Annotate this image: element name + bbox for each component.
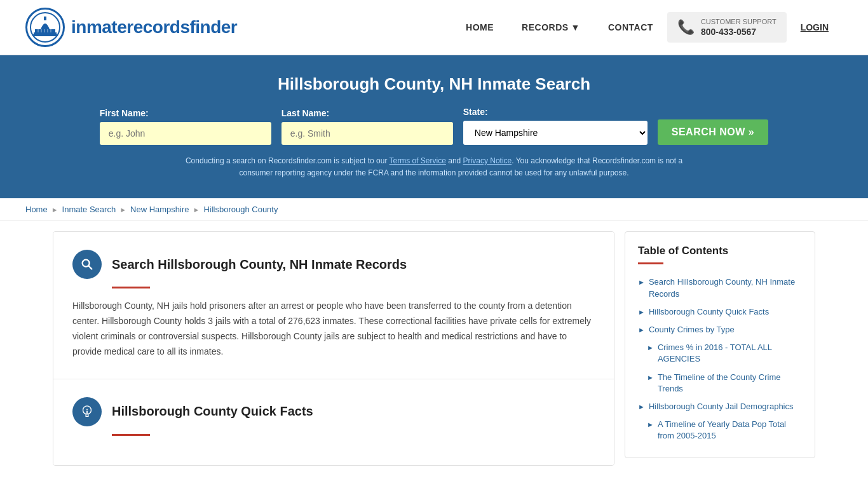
toc-label-6: A Timeline of Yearly Data Pop Total from… — [658, 419, 802, 442]
toc-chevron-3: ► — [638, 325, 645, 335]
breadcrumb-sep-1: ► — [51, 206, 58, 214]
first-name-label: First Name: — [100, 108, 149, 118]
last-name-group: Last Name: — [281, 108, 453, 145]
support-phone-number: 800-433-0567 — [701, 26, 776, 37]
toc-box: Table of Contents ► Search Hillsborough … — [625, 231, 815, 458]
toc-label-3: Crimes % in 2016 - TOTAL ALL AGENCIES — [658, 342, 802, 365]
logo-bold-text: finder — [189, 17, 237, 37]
tos-link[interactable]: Terms of Service — [390, 156, 446, 165]
disclaimer-text: Conducting a search on Recordsfinder.com… — [173, 155, 695, 179]
svg-rect-7 — [47, 29, 48, 32]
logo-text: inmaterecordsfinder — [71, 17, 237, 37]
breadcrumb-new-hampshire[interactable]: New Hampshire — [130, 205, 189, 214]
toc-label-0: Search Hillsborough County, NH Inmate Re… — [649, 276, 802, 299]
support-info: CUSTOMER SUPPORT 800-433-0567 — [701, 17, 776, 37]
hero-section: Hillsborough County, NH Inmate Search Fi… — [0, 55, 868, 198]
logo-area: inmaterecordsfinder — [25, 8, 237, 47]
search-records-section: Search Hillsborough County, NH Inmate Re… — [53, 232, 614, 379]
svg-rect-4 — [37, 29, 39, 32]
toc-chevron-5: ► — [647, 373, 654, 383]
toc-chevron-4: ► — [647, 343, 654, 353]
section-underline-1 — [112, 287, 150, 288]
privacy-link[interactable]: Privacy Notice — [463, 156, 512, 165]
toc-chevron-1: ► — [638, 278, 645, 287]
toc-chevron-2: ► — [638, 308, 645, 317]
support-label: CUSTOMER SUPPORT — [701, 18, 776, 25]
toc-item-yearly-data[interactable]: ► A Timeline of Yearly Data Pop Total fr… — [638, 416, 802, 445]
toc-item-demographics[interactable]: ► Hillsborough County Jail Demographics — [638, 398, 802, 416]
search-form: First Name: Last Name: State: New Hampsh… — [25, 107, 843, 145]
state-group: State: New Hampshire AlabamaAlaskaArizon… — [463, 107, 648, 145]
breadcrumb-hillsborough[interactable]: Hillsborough County — [203, 205, 278, 214]
nav-records[interactable]: RECORDS ▼ — [508, 16, 594, 39]
nav-login[interactable]: LOGIN — [787, 16, 843, 39]
toc-title: Table of Contents — [638, 245, 802, 257]
header: inmaterecordsfinder HOME RECORDS ▼ CONTA… — [0, 0, 868, 55]
search-button[interactable]: SEARCH NOW » — [658, 119, 768, 145]
first-name-input[interactable] — [100, 122, 271, 145]
breadcrumb-inmate-search[interactable]: Inmate Search — [62, 205, 116, 214]
main-nav: HOME RECORDS ▼ CONTACT 📞 CUSTOMER SUPPOR… — [452, 12, 843, 43]
toc-item-crimes-pct[interactable]: ► Crimes % in 2016 - TOTAL ALL AGENCIES — [638, 339, 802, 368]
breadcrumb-sep-3: ► — [193, 206, 200, 214]
state-select[interactable]: New Hampshire AlabamaAlaskaArizona Arkan… — [463, 121, 648, 145]
svg-line-12 — [88, 266, 92, 269]
svg-rect-9 — [34, 32, 57, 34]
toc-item-timeline[interactable]: ► The Timeline of the County Crime Trend… — [638, 369, 802, 398]
content-left: Search Hillsborough County, NH Inmate Re… — [53, 231, 614, 465]
breadcrumb: Home ► Inmate Search ► New Hampshire ► H… — [0, 198, 868, 221]
quick-facts-title: Hillsborough County Quick Facts — [112, 404, 313, 419]
search-icon-circle — [72, 250, 102, 279]
phone-icon: 📞 — [677, 19, 695, 36]
last-name-input[interactable] — [281, 122, 453, 145]
main-content: Search Hillsborough County, NH Inmate Re… — [27, 231, 841, 465]
quick-facts-header: Hillsborough County Quick Facts — [72, 397, 595, 426]
support-box: 📞 CUSTOMER SUPPORT 800-433-0567 — [667, 12, 787, 43]
svg-rect-8 — [50, 29, 51, 32]
search-records-title: Search Hillsborough County, NH Inmate Re… — [112, 257, 407, 272]
breadcrumb-sep-2: ► — [119, 206, 126, 214]
last-name-label: Last Name: — [281, 108, 329, 118]
toc-label-4: The Timeline of the County Crime Trends — [658, 372, 802, 395]
svg-rect-10 — [32, 34, 58, 36]
search-records-text: Hillsborough County, NH jails hold priso… — [72, 299, 595, 359]
svg-rect-6 — [44, 29, 45, 32]
quick-facts-section: Hillsborough County Quick Facts — [53, 379, 614, 465]
toc-chevron-7: ► — [647, 420, 654, 430]
state-label: State: — [463, 107, 488, 117]
svg-rect-5 — [41, 29, 42, 32]
toc-label-2: County Crimes by Type — [649, 324, 735, 336]
toc-item-quick-facts[interactable]: ► Hillsborough County Quick Facts — [638, 303, 802, 321]
nav-contact[interactable]: CONTACT — [594, 16, 667, 39]
toc-item-county-crimes[interactable]: ► County Crimes by Type — [638, 321, 802, 339]
toc-divider — [638, 262, 663, 264]
nav-home[interactable]: HOME — [452, 16, 508, 39]
breadcrumb-home[interactable]: Home — [25, 205, 48, 214]
toc-chevron-6: ► — [638, 402, 645, 412]
logo-icon — [25, 8, 65, 47]
toc-item-search-records[interactable]: ► Search Hillsborough County, NH Inmate … — [638, 273, 802, 302]
toc-label-5: Hillsborough County Jail Demographics — [649, 401, 794, 412]
page-title: Hillsborough County, NH Inmate Search — [25, 74, 843, 94]
search-records-header: Search Hillsborough County, NH Inmate Re… — [72, 250, 595, 279]
svg-point-13 — [86, 409, 88, 410]
info-icon-circle — [72, 397, 102, 426]
svg-rect-3 — [44, 17, 46, 20]
toc-label-1: Hillsborough County Quick Facts — [649, 306, 769, 318]
nav-records-label: RECORDS — [522, 22, 569, 32]
section-underline-2 — [112, 434, 150, 436]
info-icon — [80, 405, 94, 419]
first-name-group: First Name: — [100, 108, 271, 145]
logo-main-text: inmaterecords — [71, 17, 189, 37]
search-icon — [80, 257, 94, 271]
chevron-down-icon: ▼ — [571, 22, 580, 32]
content-right: Table of Contents ► Search Hillsborough … — [625, 231, 815, 465]
